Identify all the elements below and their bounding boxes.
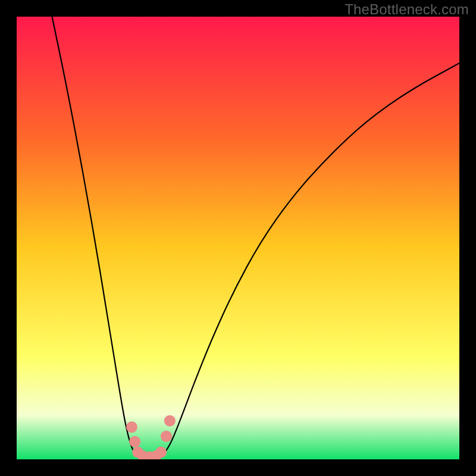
marker-point — [155, 447, 167, 458]
marker-point — [129, 436, 140, 447]
marker-point — [126, 421, 137, 433]
chart-svg — [17, 17, 459, 459]
marker-point — [161, 431, 172, 442]
watermark-text: TheBottleneck.com — [345, 1, 469, 18]
marker-point — [164, 415, 176, 427]
chart-frame: TheBottleneck.com — [0, 0, 476, 476]
plot-area — [17, 17, 459, 459]
gradient-background — [17, 17, 459, 459]
